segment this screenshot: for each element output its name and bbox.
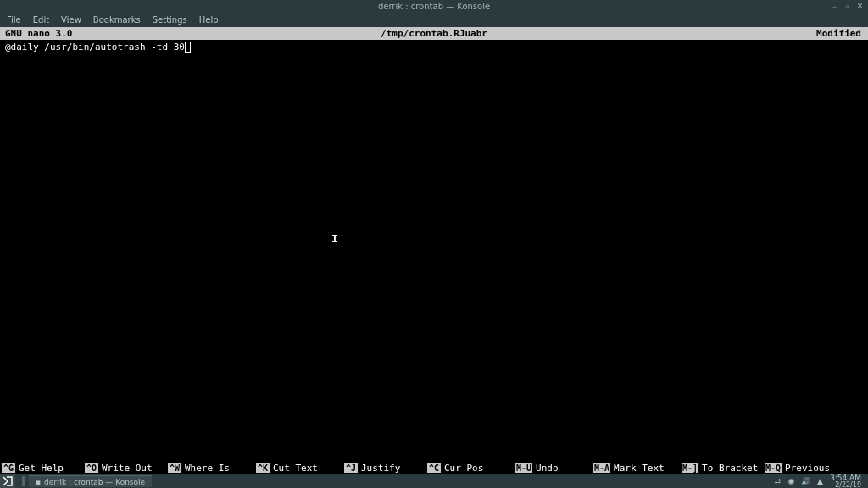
cursor-block <box>185 42 191 53</box>
menu-help[interactable]: Help <box>199 15 219 25</box>
text-cursor-icon: I <box>331 232 338 245</box>
editor-area[interactable]: @daily /usr/bin/autotrash -td 30 I <box>0 40 868 462</box>
shortcut-row-1: ^GGet Help ^OWrite Out ^WWhere Is ^KCut … <box>0 462 868 474</box>
menu-file[interactable]: File <box>7 15 21 25</box>
close-icon[interactable]: ✕ <box>855 1 865 10</box>
shortcut-cut-text[interactable]: ^KCut Text <box>256 463 344 474</box>
nano-modified: Modified <box>816 28 861 39</box>
system-tray: ⇄ ◉ 🔊 ▲ 3:54 AM 2/22/19 <box>775 474 868 489</box>
menu-bookmarks[interactable]: Bookmarks <box>93 15 141 25</box>
taskbar: ▪ derrik : crontab — Konsole ⇄ ◉ 🔊 ▲ 3:5… <box>0 474 868 488</box>
wifi-icon[interactable]: ◉ <box>787 477 794 485</box>
shortcut-previous[interactable]: M-QPrevious <box>765 463 843 474</box>
shortcut-justify[interactable]: ^JJustify <box>344 463 427 474</box>
shortcut-undo[interactable]: M-UUndo <box>515 463 593 474</box>
shortcut-get-help[interactable]: ^GGet Help <box>2 463 85 474</box>
clock-date: 2/22/19 <box>830 482 861 489</box>
menubar: File Edit View Bookmarks Settings Help <box>0 12 868 27</box>
menu-settings[interactable]: Settings <box>153 15 187 25</box>
window-controls: ⌄ ⬦ ✕ <box>830 1 865 10</box>
task-divider <box>22 476 25 486</box>
nano-titlebar: GNU nano 3.0 /tmp/crontab.RJuabr Modifie… <box>0 27 868 40</box>
editor-line-1: @daily /usr/bin/autotrash -td 30 <box>5 42 863 53</box>
menu-edit[interactable]: Edit <box>33 15 49 25</box>
nano-filename: /tmp/crontab.RJuabr <box>381 28 487 39</box>
window-title: derrik : crontab — Konsole <box>378 2 490 11</box>
shortcut-cur-pos[interactable]: ^CCur Pos <box>427 463 515 474</box>
shortcut-to-bracket[interactable]: M-]To Bracket <box>682 463 765 474</box>
minimize-icon[interactable]: ⌄ <box>830 1 839 10</box>
shortcut-mark-text[interactable]: M-AMark Text <box>593 463 682 474</box>
network-icon[interactable]: ⇄ <box>775 477 782 485</box>
terminal-icon: ▪ <box>36 478 41 486</box>
maximize-icon[interactable]: ⬦ <box>843 1 852 10</box>
clock[interactable]: 3:54 AM 2/22/19 <box>830 474 861 489</box>
chevron-up-icon[interactable]: ▲ <box>817 477 823 485</box>
taskbar-item-konsole[interactable]: ▪ derrik : crontab — Konsole <box>29 475 152 487</box>
nano-version: GNU nano 3.0 <box>5 28 72 39</box>
shortcut-where-is[interactable]: ^WWhere Is <box>168 463 256 474</box>
menu-view[interactable]: View <box>61 15 81 25</box>
shortcut-write-out[interactable]: ^OWrite Out <box>85 463 168 474</box>
kde-logo-icon <box>3 476 13 486</box>
window-titlebar: derrik : crontab — Konsole ⌄ ⬦ ✕ <box>0 0 868 12</box>
task-label: derrik : crontab — Konsole <box>44 478 145 486</box>
volume-icon[interactable]: 🔊 <box>801 477 810 485</box>
start-button[interactable] <box>0 474 15 488</box>
